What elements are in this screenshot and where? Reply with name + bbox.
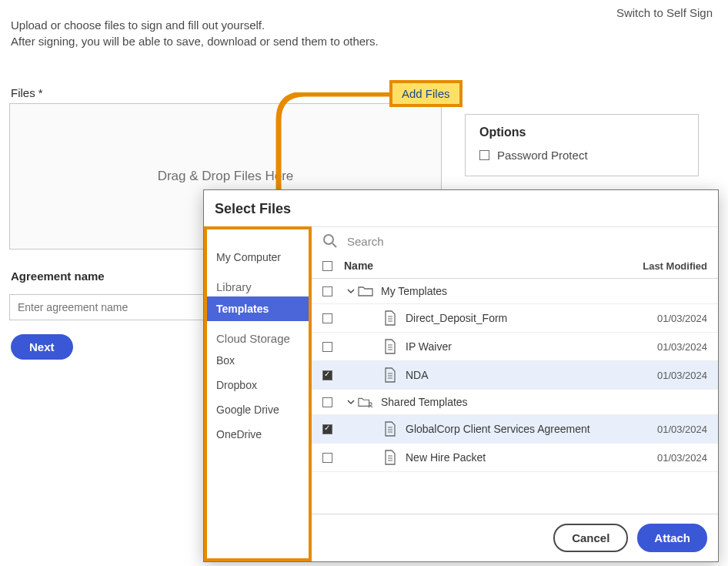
file-checkbox[interactable]: [322, 424, 332, 434]
document-icon: [382, 367, 398, 383]
document-icon: [382, 450, 398, 465]
group-name: My Templates: [381, 285, 447, 297]
column-last-modified[interactable]: Last Modified: [630, 260, 707, 272]
file-date: 01/03/2024: [630, 452, 707, 464]
file-date: 01/03/2024: [630, 370, 707, 381]
intro-line2: After signing, you will be able to save,…: [11, 33, 379, 49]
intro-text: Upload or choose files to sign and fill …: [11, 17, 379, 49]
search-row[interactable]: Search: [312, 227, 718, 255]
modal-title: Select Files: [204, 190, 718, 226]
intro-line1: Upload or choose files to sign and fill …: [11, 17, 379, 33]
file-row[interactable]: GlobalCorp Client Services Agreement 01/…: [312, 415, 718, 444]
document-icon: [382, 310, 398, 326]
group-row[interactable]: Shared Templates: [312, 390, 718, 415]
password-protect-checkbox[interactable]: [479, 150, 489, 160]
shared-folder-icon: [358, 396, 373, 408]
group-name: Shared Templates: [381, 396, 468, 408]
file-name: NDA: [406, 369, 429, 381]
file-checkbox[interactable]: [322, 342, 332, 352]
cancel-button[interactable]: Cancel: [553, 524, 628, 552]
group-checkbox[interactable]: [322, 286, 332, 296]
options-panel: Options Password Protect: [465, 114, 699, 176]
column-name[interactable]: Name: [344, 260, 630, 272]
file-row[interactable]: NDA 01/03/2024: [312, 361, 718, 390]
file-checkbox[interactable]: [322, 370, 332, 380]
file-name: GlobalCorp Client Services Agreement: [406, 423, 590, 435]
file-date: 01/03/2024: [630, 424, 707, 435]
svg-point-0: [324, 235, 333, 244]
sidebar-onedrive[interactable]: OneDrive: [207, 422, 309, 447]
next-button[interactable]: Next: [11, 334, 73, 360]
attach-button[interactable]: Attach: [637, 524, 707, 552]
svg-line-1: [332, 243, 336, 247]
dropzone-text: Drag & Drop Files Here: [158, 169, 294, 184]
sidebar-dropbox[interactable]: Dropbox: [207, 373, 309, 397]
file-row[interactable]: IP Waiver 01/03/2024: [312, 333, 718, 361]
sidebar-google-drive[interactable]: Google Drive: [207, 397, 309, 422]
document-icon: [382, 339, 398, 354]
file-row[interactable]: Direct_Deposit_Form 01/03/2024: [312, 304, 718, 333]
file-date: 01/03/2024: [630, 313, 707, 324]
table-header: Name Last Modified: [312, 255, 718, 279]
file-name: IP Waiver: [406, 340, 452, 353]
sidebar-box[interactable]: Box: [207, 348, 309, 373]
group-row[interactable]: My Templates: [312, 279, 718, 304]
add-files-button[interactable]: Add Files: [389, 80, 463, 107]
sidebar-templates[interactable]: Templates: [207, 296, 309, 321]
table-body: My Templates Direct_Deposit_Form 01/03/2…: [312, 279, 718, 514]
select-files-modal: Select Files My Computer Library Templat…: [203, 189, 719, 562]
file-checkbox[interactable]: [322, 453, 332, 463]
files-label: Files *: [11, 86, 43, 99]
modal-sidebar: My Computer Library Templates Cloud Stor…: [204, 226, 312, 561]
search-icon: [322, 233, 338, 249]
options-title: Options: [479, 126, 684, 139]
file-date: 01/03/2024: [630, 341, 707, 353]
password-protect-option[interactable]: Password Protect: [479, 149, 684, 162]
file-row[interactable]: New Hire Packet 01/03/2024: [312, 444, 718, 472]
folder-icon: [358, 285, 373, 297]
sidebar-section-library: Library: [207, 270, 309, 296]
document-icon: [382, 421, 398, 437]
sidebar-section-cloud: Cloud Storage: [207, 321, 309, 348]
select-all-checkbox[interactable]: [322, 261, 332, 271]
modal-footer: Cancel Attach: [312, 514, 718, 561]
password-protect-label: Password Protect: [497, 149, 588, 162]
chevron-down-icon[interactable]: [344, 398, 358, 406]
switch-self-sign-link[interactable]: Switch to Self Sign: [616, 6, 713, 19]
agreement-name-label: Agreement name: [11, 270, 105, 283]
group-checkbox[interactable]: [322, 397, 332, 407]
file-name: New Hire Packet: [406, 451, 486, 464]
sidebar-my-computer[interactable]: My Computer: [207, 245, 309, 270]
file-checkbox[interactable]: [322, 313, 332, 323]
search-placeholder: Search: [347, 235, 384, 248]
file-name: Direct_Deposit_Form: [406, 312, 507, 324]
chevron-down-icon[interactable]: [344, 287, 358, 295]
